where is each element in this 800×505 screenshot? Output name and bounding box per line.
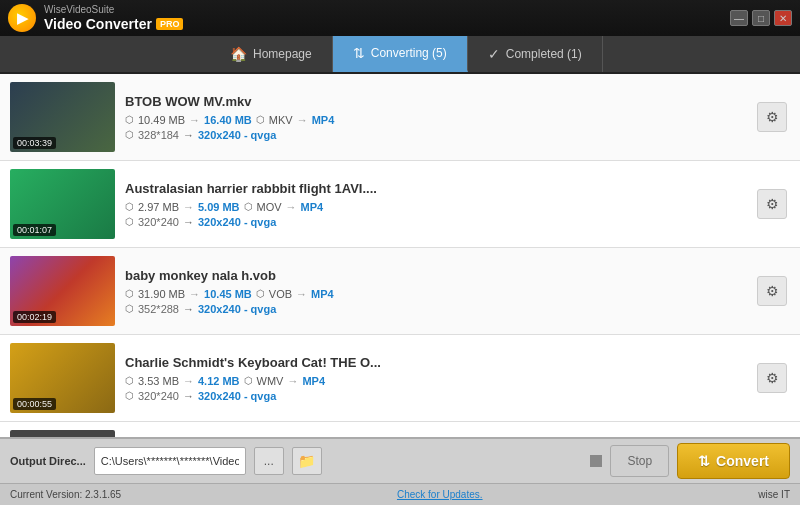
format-icon-4: ⬡	[244, 375, 253, 386]
tab-completed-label: Completed (1)	[506, 47, 582, 61]
file-info-1: BTOB WOW MV.mkv ⬡ 10.49 MB → 16.40 MB ⬡ …	[115, 94, 754, 141]
navigation-tabs: 🏠 Homepage ⇅ Converting (5) ✓ Completed …	[0, 36, 800, 74]
size-converted-1: 16.40 MB	[204, 114, 252, 126]
res-icon-3: ⬡	[125, 303, 134, 314]
output-path-input[interactable]	[94, 447, 246, 475]
stop-button[interactable]: Stop	[610, 445, 669, 477]
output-dir-label: Output Direc...	[10, 455, 86, 467]
title-bar: ▶ WiseVideoSuite Video Converter PRO — □…	[0, 0, 800, 36]
settings-button-3[interactable]: ⚙	[757, 276, 787, 306]
thumbnail-5	[10, 430, 115, 437]
duration-4: 00:00:55	[13, 398, 56, 410]
check-updates-link[interactable]: Check for Updates.	[397, 489, 483, 500]
res-original-2: 320*240	[138, 216, 179, 228]
bottom-bar: Output Direc... ... 📁 Stop ⇅ Convert	[0, 437, 800, 483]
maximize-button[interactable]: □	[752, 10, 770, 26]
file-info-2: Australasian harrier rabbbit flight 1AVI…	[115, 181, 754, 228]
size-converted-4: 4.12 MB	[198, 375, 240, 387]
duration-2: 00:01:07	[13, 224, 56, 236]
file-meta-4: ⬡ 3.53 MB → 4.12 MB ⬡ WMV → MP4	[125, 375, 744, 387]
thumbnail-2: 00:01:07	[10, 169, 115, 239]
size-original-4: 3.53 MB	[138, 375, 179, 387]
format-original-3: VOB	[269, 288, 292, 300]
status-bar: Current Version: 2.3.1.65 Check for Upda…	[0, 483, 800, 505]
list-item: 00:00:55 Charlie Schmidt's Keyboard Cat!…	[0, 335, 800, 422]
res-target-4: 320x240 - qvga	[198, 390, 276, 402]
res-arrow-1: →	[183, 129, 194, 141]
home-icon: 🏠	[230, 46, 247, 62]
res-original-3: 352*288	[138, 303, 179, 315]
format-arrow-3: →	[296, 288, 307, 300]
thumbnail-3: 00:02:19	[10, 256, 115, 326]
res-icon-4: ⬡	[125, 390, 134, 401]
minimize-button[interactable]: —	[730, 10, 748, 26]
close-button[interactable]: ✕	[774, 10, 792, 26]
format-original-2: MOV	[257, 201, 282, 213]
res-original-4: 320*240	[138, 390, 179, 402]
file-action-4: ⚙	[754, 363, 790, 393]
file-meta-2: ⬡ 2.97 MB → 5.09 MB ⬡ MOV → MP4	[125, 201, 744, 213]
size-converted-3: 10.45 MB	[204, 288, 252, 300]
app-suite-name: WiseVideoSuite	[44, 4, 183, 16]
file-info-4: Charlie Schmidt's Keyboard Cat! THE O...…	[115, 355, 754, 402]
arrow-1: →	[189, 114, 200, 126]
size-converted-2: 5.09 MB	[198, 201, 240, 213]
completed-icon: ✓	[488, 46, 500, 62]
res-arrow-4: →	[183, 390, 194, 402]
format-icon-2: ⬡	[244, 201, 253, 212]
window-controls[interactable]: — □ ✕	[730, 10, 792, 26]
convert-button-label: Convert	[716, 453, 769, 469]
list-item: 00:02:19 baby monkey nala h.vob ⬡ 31.90 …	[0, 248, 800, 335]
file-resolution-2: ⬡ 320*240 → 320x240 - qvga	[125, 216, 744, 228]
tab-converting[interactable]: ⇅ Converting (5)	[333, 36, 468, 72]
filename-4: Charlie Schmidt's Keyboard Cat! THE O...	[125, 355, 744, 370]
settings-button-2[interactable]: ⚙	[757, 189, 787, 219]
file-resolution-4: ⬡ 320*240 → 320x240 - qvga	[125, 390, 744, 402]
format-target-1: MP4	[312, 114, 335, 126]
filename-2: Australasian harrier rabbbit flight 1AVI…	[125, 181, 744, 196]
filesize-icon-4: ⬡	[125, 375, 134, 386]
browse-button[interactable]: ...	[254, 447, 284, 475]
duration-1: 00:03:39	[13, 137, 56, 149]
tab-homepage[interactable]: 🏠 Homepage	[210, 36, 333, 72]
file-info-3: baby monkey nala h.vob ⬡ 31.90 MB → 10.4…	[115, 268, 754, 315]
stop-icon	[590, 455, 602, 467]
res-target-1: 320x240 - qvga	[198, 129, 276, 141]
res-icon-1: ⬡	[125, 129, 134, 140]
file-meta-3: ⬡ 31.90 MB → 10.45 MB ⬡ VOB → MP4	[125, 288, 744, 300]
size-original-3: 31.90 MB	[138, 288, 185, 300]
format-original-4: WMV	[257, 375, 284, 387]
format-original-1: MKV	[269, 114, 293, 126]
res-arrow-2: →	[183, 216, 194, 228]
list-item-partial: DOM KENNEDY MY TYPE OF PARTY.avi	[0, 422, 800, 437]
format-target-4: MP4	[302, 375, 325, 387]
status-right-text: wise IT	[758, 489, 790, 500]
res-icon-2: ⬡	[125, 216, 134, 227]
open-folder-button[interactable]: 📁	[292, 447, 322, 475]
convert-icon: ⇅	[698, 453, 710, 469]
settings-button-4[interactable]: ⚙	[757, 363, 787, 393]
format-arrow-4: →	[287, 375, 298, 387]
pro-badge: PRO	[156, 18, 184, 31]
format-target-3: MP4	[311, 288, 334, 300]
res-target-3: 320x240 - qvga	[198, 303, 276, 315]
format-arrow-2: →	[286, 201, 297, 213]
settings-button-1[interactable]: ⚙	[757, 102, 787, 132]
format-arrow-1: →	[297, 114, 308, 126]
version-text: Current Version: 2.3.1.65	[10, 489, 121, 500]
thumbnail-1: 00:03:39	[10, 82, 115, 152]
file-resolution-1: ⬡ 328*184 → 320x240 - qvga	[125, 129, 744, 141]
tab-completed[interactable]: ✓ Completed (1)	[468, 36, 603, 72]
app-branding: ▶ WiseVideoSuite Video Converter PRO	[8, 4, 183, 33]
file-resolution-3: ⬡ 352*288 → 320x240 - qvga	[125, 303, 744, 315]
convert-button[interactable]: ⇅ Convert	[677, 443, 790, 479]
list-item: 00:01:07 Australasian harrier rabbbit fl…	[0, 161, 800, 248]
file-action-1: ⚙	[754, 102, 790, 132]
filesize-icon-1: ⬡	[125, 114, 134, 125]
thumbnail-4: 00:00:55	[10, 343, 115, 413]
filesize-icon-3: ⬡	[125, 288, 134, 299]
file-meta-1: ⬡ 10.49 MB → 16.40 MB ⬡ MKV → MP4	[125, 114, 744, 126]
res-original-1: 328*184	[138, 129, 179, 141]
format-icon-3: ⬡	[256, 288, 265, 299]
arrow-4: →	[183, 375, 194, 387]
